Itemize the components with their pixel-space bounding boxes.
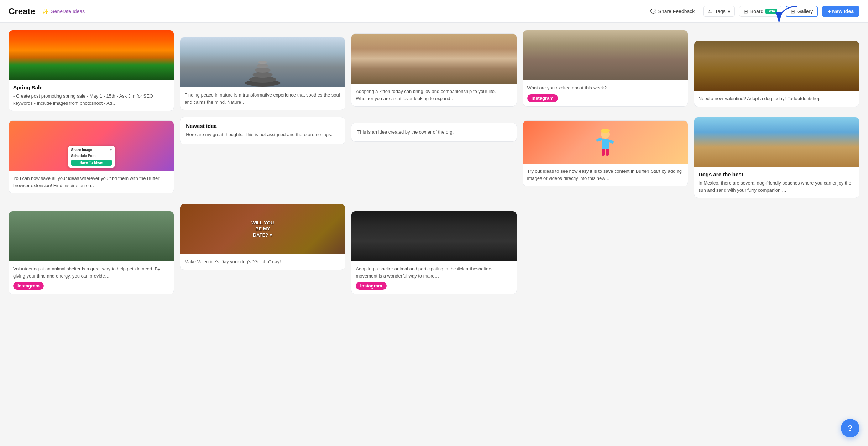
header: Create ✨ Generate Ideas 💬 Share Feedback… [0,0,868,23]
card-image-will-you: WILL YOUBE MYDATE? ♥ [180,204,345,254]
generate-ideas-label: Generate Ideas [51,9,85,14]
card-content: This is an idea created by the owner of … [351,123,516,141]
sparkle-icon: ✨ [42,9,48,14]
card-dog-flower[interactable]: Need a new Valentine? Adopt a dog today!… [694,41,859,107]
gallery-icon: ⊞ [791,9,795,14]
new-idea-button[interactable]: + New Idea [822,6,859,17]
card-kitten[interactable]: Adopting a kitten today can bring joy an… [351,33,517,107]
card-text: Try out Ideas to see how easy it is to s… [527,168,684,182]
card-text: Make Valentine's Day your dog's "Gotcha"… [184,258,341,265]
card-content: Volunteering at an animal shelter is a g… [9,261,174,294]
svg-point-9 [601,129,610,133]
svg-rect-10 [602,149,605,156]
svg-point-6 [258,61,267,64]
will-you-text: WILL YOUBE MYDATE? ♥ [251,220,274,238]
card-content: What are you excited about this week? In… [523,80,688,106]
page-title: Create [9,6,35,16]
gallery-label: Gallery [797,9,813,14]
card-text: Need a new Valentine? Adopt a dog today!… [699,95,855,102]
header-right: 💬 Share Feedback 🏷 Tags ▾ ⊞ Board Beta ⊞… [646,6,859,17]
card-image-kitten [351,34,516,84]
card-title: Newest idea [186,123,339,129]
card-text: This is an idea created by the owner of … [357,129,511,136]
board-icon: ⊞ [744,9,748,14]
help-button[interactable]: ? [841,419,859,437]
card-text: Adopting a kitten today can bring joy an… [356,88,512,102]
new-idea-label: + New Idea [828,9,854,14]
card-image-dog-flower [694,41,859,91]
card-content: Adopting a shelter animal and participat… [351,261,516,294]
card-image-brown-dog [694,117,859,167]
card-image-shelter-cat [351,211,516,261]
card-cat-yawn[interactable]: What are you excited about this week? In… [523,30,688,107]
card-spring-sale[interactable]: Spring Sale - Create post promoting spri… [9,30,174,111]
gallery-button[interactable]: ⊞ Gallery [786,6,818,17]
card-tag-instagram: Instagram [527,94,558,102]
svg-rect-12 [596,138,602,142]
card-text: In Mexico, there are several dog-friendl… [699,180,855,193]
card-text: - Create post promoting spring sale - Ma… [13,93,169,107]
card-content: Dogs are the best In Mexico, there are s… [694,167,859,198]
tag-icon: 🏷 [708,9,713,14]
card-text: Adopting a shelter animal and participat… [356,265,512,279]
card-image-rocks [180,37,345,87]
share-image-label: Share Image [71,148,92,152]
card-extension[interactable]: Share Image ▾ Schedule Post Save To Idea… [9,120,174,193]
svg-point-3 [253,72,273,78]
card-content: Spring Sale - Create post promoting spri… [9,80,174,111]
feedback-icon: 💬 [650,9,656,14]
generate-ideas-button[interactable]: ✨ Generate Ideas [40,7,88,16]
card-image-extension: Share Image ▾ Schedule Post Save To Idea… [9,121,174,171]
card-title: Spring Sale [13,84,169,90]
help-label: ? [848,424,852,433]
svg-rect-11 [606,149,609,156]
share-feedback-label: Share Feedback [658,9,695,14]
card-content: Adopting a kitten today can bring joy an… [351,84,516,106]
card-tag-instagram: Instagram [356,282,386,290]
card-rocks[interactable]: Finding peace in nature is a transformat… [180,37,345,110]
card-shelter-cat[interactable]: Adopting a shelter animal and participat… [351,211,517,294]
illustration-svg [591,124,619,160]
card-content: You can now save all your ideas wherever… [9,171,174,193]
card-image-tulips [9,30,174,80]
card-image-cat-yawn [523,30,688,80]
card-org-idea[interactable]: This is an idea created by the owner of … [351,123,517,142]
svg-point-5 [257,64,268,68]
share-feedback-button[interactable]: 💬 Share Feedback [646,6,699,16]
tags-button[interactable]: 🏷 Tags ▾ [703,6,735,17]
beta-badge: Beta [765,9,777,14]
card-content: Newest idea Here are my great thoughts. … [180,117,345,144]
extension-overlay: Share Image ▾ Schedule Post Save To Idea… [68,146,115,168]
save-to-ideas-label: Save To Ideas [71,160,112,166]
card-text: You can now save all your ideas wherever… [13,175,169,189]
card-image-volunteer [9,211,174,261]
card-content: Finding peace in nature is a transformat… [180,87,345,110]
card-illustration[interactable]: Try out Ideas to see how easy it is to s… [523,120,688,186]
card-will-you[interactable]: WILL YOUBE MYDATE? ♥ Make Valentine's Da… [180,204,345,270]
card-title: Dogs are the best [699,171,855,177]
card-text: Volunteering at an animal shelter is a g… [13,265,169,279]
chevron-down-icon: ▾ [728,9,730,14]
card-content: Make Valentine's Day your dog's "Gotcha"… [180,254,345,270]
gallery-container: Spring Sale - Create post promoting spri… [0,23,868,301]
card-tag-instagram: Instagram [13,282,44,290]
card-brown-dog[interactable]: Dogs are the best In Mexico, there are s… [694,117,859,198]
card-text: Finding peace in nature is a transformat… [184,92,341,105]
card-image-illustration [523,121,688,164]
card-content: Try out Ideas to see how easy it is to s… [523,164,688,186]
card-newest-idea[interactable]: Newest idea Here are my great thoughts. … [180,117,345,144]
svg-rect-7 [602,139,609,149]
card-content: Need a new Valentine? Adopt a dog today!… [694,91,859,107]
masonry-grid: Spring Sale - Create post promoting spri… [9,30,859,294]
board-label: Board [750,9,763,14]
tags-label: Tags [715,9,726,14]
card-volunteer[interactable]: Volunteering at an animal shelter is a g… [9,211,174,294]
card-text: What are you excited about this week? [527,84,684,92]
board-button[interactable]: ⊞ Board Beta [739,6,781,17]
svg-point-4 [255,68,271,73]
card-text: Here are my great thoughts. This is not … [186,131,339,138]
schedule-post-label: Schedule Post [71,153,112,159]
